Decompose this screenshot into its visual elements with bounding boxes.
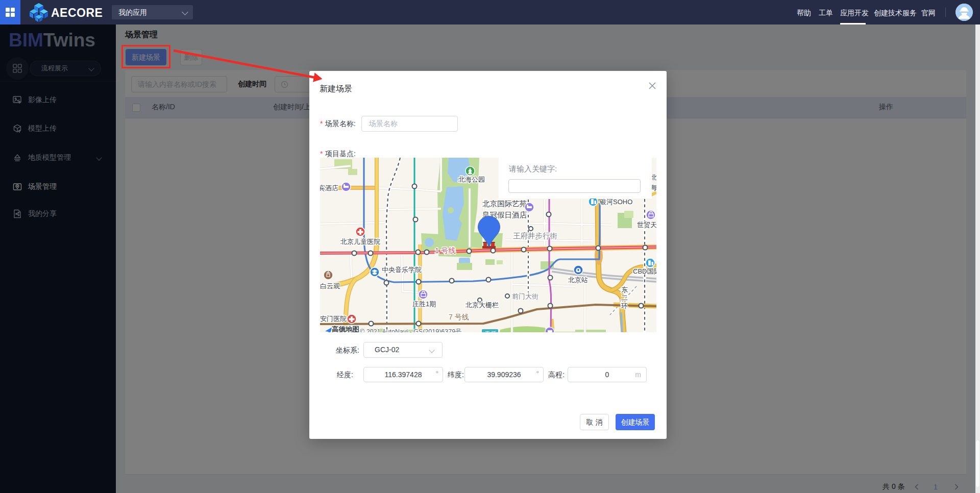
svg-text:环: 环 — [621, 302, 628, 310]
svg-text:CBD国际: CBD国际 — [633, 267, 656, 275]
svg-text:北海公园: 北海公园 — [458, 176, 485, 183]
svg-text:二: 二 — [621, 294, 628, 302]
svg-text:安门医院: 安门医院 — [320, 315, 347, 323]
svg-text:7 号线: 7 号线 — [449, 313, 469, 321]
svg-text:北京国际艺苑: 北京国际艺苑 — [482, 200, 527, 208]
svg-text:银河SOHO: 银河SOHO — [599, 198, 632, 206]
svg-text:高德地图: 高德地图 — [332, 325, 359, 332]
svg-text:王府井步行街: 王府井步行街 — [513, 232, 557, 240]
svg-text:白云观: 白云观 — [320, 282, 340, 290]
svg-text:前门大街: 前门大街 — [512, 292, 538, 300]
svg-text:天桥: 天桥 — [484, 330, 497, 332]
svg-text:© 2021 AutoNavi - GS(2019)6379: © 2021 AutoNavi - GS(2019)6379号 — [360, 328, 462, 332]
svg-text:世贸天: 世贸天 — [637, 221, 656, 229]
svg-text:庄胜1期: 庄胜1期 — [412, 300, 436, 308]
svg-text:东: 东 — [621, 286, 628, 293]
svg-text:宾酒店: 宾酒店 — [320, 184, 338, 192]
svg-text:1 号线: 1 号线 — [435, 246, 456, 255]
svg-text:北京儿童医院: 北京儿童医院 — [340, 238, 380, 245]
svg-text:北京大栅栏: 北京大栅栏 — [465, 301, 499, 309]
svg-text:中央音乐学院: 中央音乐学院 — [382, 266, 422, 274]
svg-text:北京站: 北京站 — [568, 276, 588, 284]
